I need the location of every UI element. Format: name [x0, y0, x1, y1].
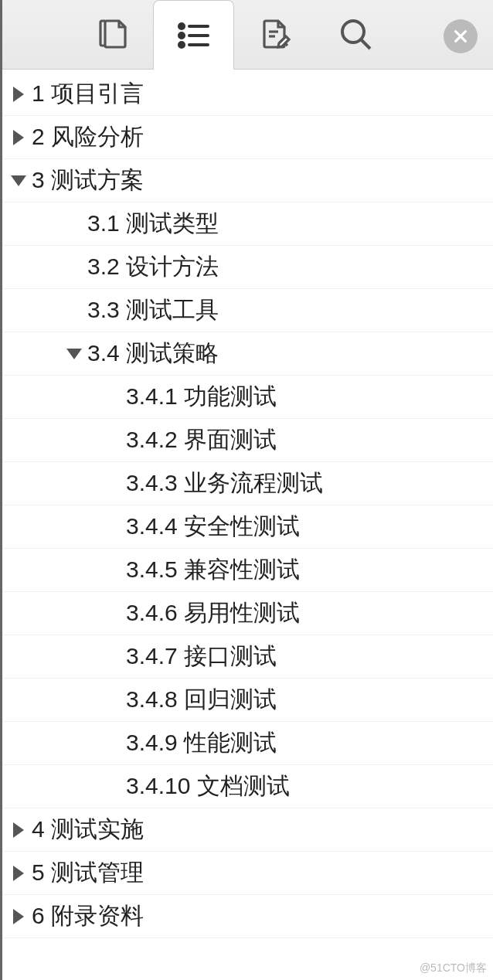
outline-item-label: 3.2 设计方法	[87, 251, 219, 283]
outline-item-label: 3.3 测试工具	[87, 294, 219, 326]
outline-item[interactable]: 3 测试方案	[2, 159, 493, 202]
watermark: @51CTO博客	[420, 961, 487, 975]
sidebar-toolbar	[2, 0, 493, 70]
outline-item-label: 3.4.7 接口测试	[126, 641, 277, 672]
outline-item-label: 3.4.3 业务流程测试	[126, 468, 323, 499]
outline-item-label: 5 测试管理	[32, 857, 144, 889]
outline-tree: 1 项目引言2 风险分析3 测试方案3.1 测试类型3.2 设计方法3.3 测试…	[2, 70, 493, 938]
outline-item[interactable]: 3.4.2 界面测试	[2, 419, 493, 462]
outline-item-label: 4 测试实施	[32, 814, 144, 846]
tab-search[interactable]	[315, 0, 396, 70]
outline-item-label: 3.4.8 回归测试	[126, 684, 277, 716]
disclosure-collapsed-icon[interactable]	[8, 863, 29, 883]
search-icon	[338, 16, 375, 53]
outline-item[interactable]: 6 附录资料	[2, 895, 493, 938]
outline-item-label: 3 测试方案	[32, 165, 144, 196]
list-icon	[175, 17, 212, 54]
outline-item[interactable]: 3.4.7 接口测试	[2, 635, 493, 679]
outline-item[interactable]: 3.4 测试策略	[2, 332, 493, 376]
outline-item-label: 3.4.10 文档测试	[126, 771, 290, 802]
outline-item-label: 3.4.2 界面测试	[126, 424, 277, 456]
outline-item[interactable]: 3.1 测试类型	[2, 202, 493, 246]
outline-item[interactable]: 3.4.10 文档测试	[2, 765, 493, 808]
outline-item[interactable]: 3.4.4 安全性测试	[2, 505, 493, 549]
outline-item-label: 3.4.1 功能测试	[126, 381, 277, 413]
outline-item-label: 3.4.4 安全性测试	[126, 511, 300, 543]
disclosure-collapsed-icon[interactable]	[8, 820, 29, 840]
tab-annotations[interactable]	[234, 0, 315, 70]
outline-item-label: 2 风险分析	[32, 121, 144, 153]
close-icon	[452, 28, 469, 45]
outline-item-label: 6 附录资料	[32, 900, 144, 932]
outline-item-label: 3.1 测试类型	[87, 208, 219, 240]
outline-item-label: 3.4.6 易用性测试	[126, 597, 300, 629]
tab-thumbnails[interactable]	[72, 0, 153, 70]
outline-item[interactable]: 3.4.5 兼容性测试	[2, 549, 493, 592]
disclosure-collapsed-icon[interactable]	[8, 128, 29, 148]
edit-document-icon	[257, 16, 294, 53]
close-sidebar-button[interactable]	[444, 19, 478, 53]
tab-outline[interactable]	[153, 0, 234, 70]
outline-item-label: 3.4.5 兼容性测试	[126, 554, 300, 586]
documents-icon	[94, 16, 131, 53]
svg-line-9	[361, 39, 370, 49]
disclosure-expanded-icon[interactable]	[64, 344, 84, 364]
svg-point-1	[179, 33, 184, 38]
outline-item-label: 3.4.9 性能测试	[126, 727, 277, 759]
svg-point-2	[179, 43, 184, 47]
svg-point-0	[179, 24, 184, 29]
outline-item[interactable]: 3.3 测试工具	[2, 289, 493, 332]
outline-item[interactable]: 3.2 设计方法	[2, 246, 493, 289]
outline-item[interactable]: 3.4.1 功能测试	[2, 376, 493, 419]
outline-item[interactable]: 5 测试管理	[2, 852, 493, 895]
outline-item-label: 3.4 测试策略	[87, 338, 219, 369]
outline-item[interactable]: 3.4.8 回归测试	[2, 679, 493, 722]
svg-point-8	[342, 21, 364, 43]
outline-item[interactable]: 3.4.9 性能测试	[2, 722, 493, 765]
outline-item[interactable]: 4 测试实施	[2, 808, 493, 852]
outline-item[interactable]: 2 风险分析	[2, 116, 493, 159]
outline-item[interactable]: 3.4.6 易用性测试	[2, 592, 493, 635]
disclosure-collapsed-icon[interactable]	[8, 84, 29, 104]
disclosure-collapsed-icon[interactable]	[8, 907, 29, 927]
outline-item[interactable]: 3.4.3 业务流程测试	[2, 462, 493, 505]
outline-item[interactable]: 1 项目引言	[2, 73, 493, 116]
outline-item-label: 1 项目引言	[32, 78, 144, 110]
disclosure-expanded-icon[interactable]	[8, 171, 29, 191]
